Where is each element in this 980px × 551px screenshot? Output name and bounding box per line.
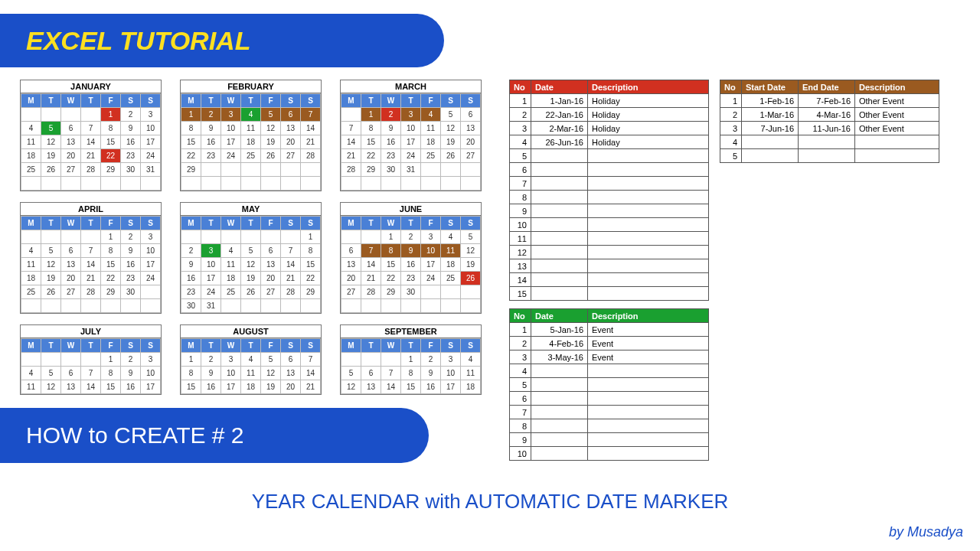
calendar-cell (401, 299, 421, 313)
calendar-cell: 18 (241, 135, 261, 149)
table-cell: 5 (510, 149, 531, 163)
table-row: 4 (720, 135, 939, 149)
calendar-cell: 8 (361, 122, 381, 135)
day-header: T (81, 339, 101, 353)
calendar-cell: 3 (141, 230, 161, 244)
day-header: F (101, 339, 121, 353)
calendar-cell (141, 177, 161, 191)
table-cell: 5 (720, 149, 742, 163)
calendar-cell: 20 (341, 272, 361, 285)
calendar-cell: 21 (81, 149, 101, 163)
table-row: 12 (510, 246, 709, 259)
calendar-cell (441, 299, 461, 313)
calendar-cell: 15 (361, 135, 381, 149)
day-header: T (41, 217, 61, 230)
calendar-cell: 10 (141, 244, 161, 258)
day-header: S (461, 217, 481, 230)
calendar-cell: 6 (281, 353, 301, 367)
calendar-cell: 26 (241, 285, 261, 299)
calendar-cell: 17 (221, 135, 241, 149)
table-row: 21-Mar-164-Mar-16Other Event (720, 108, 939, 122)
month-title: FEBRUARY (181, 80, 321, 93)
table-row: 24-Feb-16Event (510, 337, 709, 350)
calendar-cell: 29 (301, 285, 321, 299)
table-cell: 4 (720, 135, 742, 149)
calendar-cell: 17 (441, 380, 461, 394)
calendar-cell: 7 (81, 367, 101, 380)
table-row: 6 (510, 163, 709, 177)
table-cell (742, 135, 799, 149)
table-row: 7 (510, 406, 709, 419)
day-header: W (381, 339, 401, 353)
table-cell: 1 (510, 323, 531, 337)
calendar-cell: 6 (61, 244, 81, 258)
calendar-cell: 24 (201, 285, 221, 299)
table-cell: 6 (510, 392, 531, 406)
table-cell: 12 (510, 246, 531, 259)
calendar-cell (201, 177, 221, 191)
calendar-cell: 24 (141, 149, 161, 163)
calendar-cell: 27 (61, 285, 81, 299)
calendar-cell: 25 (221, 285, 241, 299)
table-header: Description (588, 309, 709, 323)
calendar-cell: 28 (81, 163, 101, 177)
calendar-cell (201, 230, 221, 244)
calendar-cell: 8 (101, 122, 121, 135)
table-header: Date (531, 309, 588, 323)
calendar-cell: 13 (61, 258, 81, 272)
table-cell (588, 177, 709, 191)
calendar-cell (361, 353, 381, 367)
calendar-cell: 7 (281, 244, 301, 258)
day-header: S (281, 339, 301, 353)
calendar-cell: 19 (261, 380, 281, 394)
day-header: W (381, 217, 401, 230)
calendar-cell: 28 (81, 285, 101, 299)
calendar-cell: 6 (261, 244, 281, 258)
table-cell (531, 259, 588, 273)
calendar-cell: 14 (81, 135, 101, 149)
day-header: M (21, 94, 41, 108)
table-cell: 4 (510, 364, 531, 378)
table-row: 10 (510, 447, 709, 461)
calendar-cell: 14 (341, 135, 361, 149)
table-header: End Date (799, 80, 855, 94)
calendar-cell (341, 177, 361, 191)
day-header: S (281, 217, 301, 230)
calendar-cell: 11 (241, 122, 261, 135)
calendar-cell (81, 299, 101, 313)
calendar-cell: 24 (401, 149, 421, 163)
table-cell (588, 246, 709, 259)
table-cell (531, 364, 588, 378)
calendar-cell: 7 (301, 353, 321, 367)
table-cell (531, 163, 588, 177)
calendar-cell: 12 (41, 135, 61, 149)
table-cell: 4-Mar-16 (799, 108, 855, 122)
calendar-cell: 14 (381, 380, 401, 394)
day-header: S (461, 339, 481, 353)
calendar-cell (21, 299, 41, 313)
calendar-cell: 28 (301, 149, 321, 163)
table-row: 15 (510, 287, 709, 301)
calendar-cell: 13 (61, 380, 81, 394)
calendar-cell: 12 (41, 380, 61, 394)
table-cell (742, 149, 799, 163)
calendar-cell: 10 (141, 122, 161, 135)
calendar-cell: 26 (441, 149, 461, 163)
day-header: T (361, 94, 381, 108)
calendar-cell: 6 (281, 108, 301, 122)
calendar-cell: 27 (341, 285, 361, 299)
calendar-cell: 26 (261, 149, 281, 163)
table-cell (531, 392, 588, 406)
calendar-cell: 7 (301, 108, 321, 122)
calendar-cell (241, 230, 261, 244)
calendar-cell (361, 299, 381, 313)
calendar-cell: 21 (341, 149, 361, 163)
table-row: 14 (510, 273, 709, 287)
table-cell: 13 (510, 259, 531, 273)
day-header: F (421, 339, 441, 353)
table-cell: 22-Jan-16 (531, 108, 588, 122)
calendar-cell: 30 (121, 163, 141, 177)
table-header: No (510, 80, 531, 94)
calendar-cell: 14 (81, 258, 101, 272)
calendar-cell (381, 299, 401, 313)
